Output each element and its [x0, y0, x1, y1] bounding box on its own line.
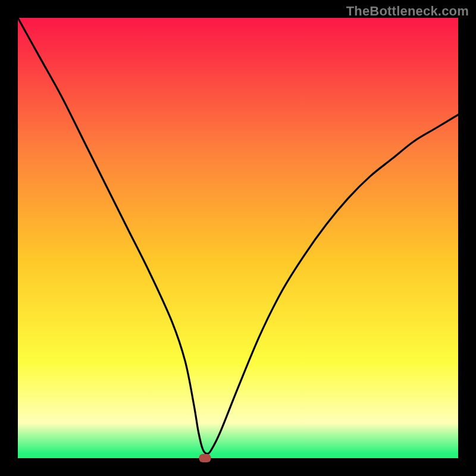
bottleneck-chart [0, 0, 476, 476]
plot-background [18, 18, 458, 458]
optimal-point-marker [199, 454, 211, 462]
chart-frame: TheBottleneck.com [0, 0, 476, 476]
watermark-label: TheBottleneck.com [346, 4, 469, 19]
